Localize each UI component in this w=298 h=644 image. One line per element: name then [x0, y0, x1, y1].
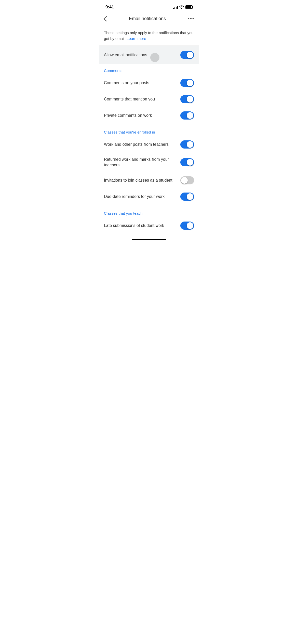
- private-comments-toggle[interactable]: [180, 111, 194, 120]
- setting-label: Private comments on work: [104, 113, 180, 118]
- setting-label: Returned work and marks from your teache…: [104, 157, 180, 168]
- setting-row: Comments that mention you: [99, 91, 199, 107]
- allow-email-section: Allow email notifications: [99, 46, 199, 64]
- setting-row: Late submissions of student work: [99, 217, 199, 234]
- toggle-track: [180, 95, 194, 103]
- home-bar: [132, 239, 166, 240]
- comments-on-posts-toggle[interactable]: [180, 79, 194, 87]
- teach-section-header: Classes that you teach: [99, 207, 199, 217]
- content-area: These settings only apply to the notific…: [99, 26, 199, 236]
- toggle-track: [180, 140, 194, 149]
- toggle-track: [180, 51, 194, 59]
- setting-row: Work and other posts from teachers: [99, 136, 199, 153]
- enrolled-section-header: Classes that you're enrolled in: [99, 126, 199, 136]
- setting-label: Invitations to join classes as a student: [104, 178, 180, 183]
- learn-more-link[interactable]: Learn more: [127, 36, 146, 41]
- invitations-toggle[interactable]: [180, 176, 194, 184]
- enrolled-section: Classes that you're enrolled in Work and…: [99, 126, 199, 207]
- comments-section-header: Comments: [99, 64, 199, 75]
- touch-indicator: [150, 53, 159, 62]
- setting-row: Private comments on work: [99, 107, 199, 124]
- more-button[interactable]: •••: [186, 15, 195, 23]
- late-submissions-toggle[interactable]: [180, 222, 194, 230]
- toggle-thumb: [187, 52, 193, 58]
- toggle-track: [180, 222, 194, 230]
- toggle-track: [180, 193, 194, 201]
- comments-mention-toggle[interactable]: [180, 95, 194, 103]
- setting-label: Late submissions of student work: [104, 223, 180, 228]
- home-indicator: [99, 236, 199, 242]
- status-bar: 9:41: [99, 0, 199, 13]
- toggle-thumb: [187, 112, 193, 119]
- setting-row: Comments on your posts: [99, 75, 199, 91]
- allow-email-toggle[interactable]: [180, 51, 194, 59]
- wifi-icon: [179, 5, 184, 9]
- setting-label: Comments on your posts: [104, 80, 180, 86]
- page-title: Email notifications: [129, 16, 166, 21]
- nav-header: Email notifications •••: [99, 13, 199, 26]
- toggle-thumb: [187, 141, 193, 148]
- toggle-track: [180, 79, 194, 87]
- setting-row: Due-date reminders for your work: [99, 188, 199, 205]
- toggle-track: [180, 176, 194, 184]
- toggle-thumb: [187, 159, 193, 166]
- teach-section: Classes that you teach Late submissions …: [99, 207, 199, 236]
- returned-work-toggle[interactable]: [180, 158, 194, 166]
- status-icons: [173, 5, 193, 9]
- toggle-track: [180, 158, 194, 166]
- allow-email-label: Allow email notifications: [104, 53, 147, 57]
- comments-section: Comments Comments on your posts Comments…: [99, 64, 199, 126]
- info-text: These settings only apply to the notific…: [104, 30, 194, 41]
- setting-label: Due-date reminders for your work: [104, 194, 180, 199]
- setting-label: Work and other posts from teachers: [104, 142, 180, 147]
- toggle-thumb: [181, 177, 188, 184]
- toggle-thumb: [187, 96, 193, 103]
- info-section: These settings only apply to the notific…: [99, 26, 199, 46]
- work-posts-toggle[interactable]: [180, 140, 194, 149]
- toggle-thumb: [187, 80, 193, 86]
- setting-row: Invitations to join classes as a student: [99, 172, 199, 188]
- signal-icon: [173, 5, 178, 9]
- setting-label: Comments that mention you: [104, 96, 180, 102]
- due-date-toggle[interactable]: [180, 193, 194, 201]
- back-button[interactable]: [103, 15, 109, 23]
- toggle-thumb: [187, 193, 193, 200]
- battery-icon: [185, 5, 193, 9]
- status-time: 9:41: [105, 5, 114, 10]
- setting-row: Returned work and marks from your teache…: [99, 153, 199, 172]
- toggle-thumb: [187, 222, 193, 229]
- toggle-track: [180, 111, 194, 120]
